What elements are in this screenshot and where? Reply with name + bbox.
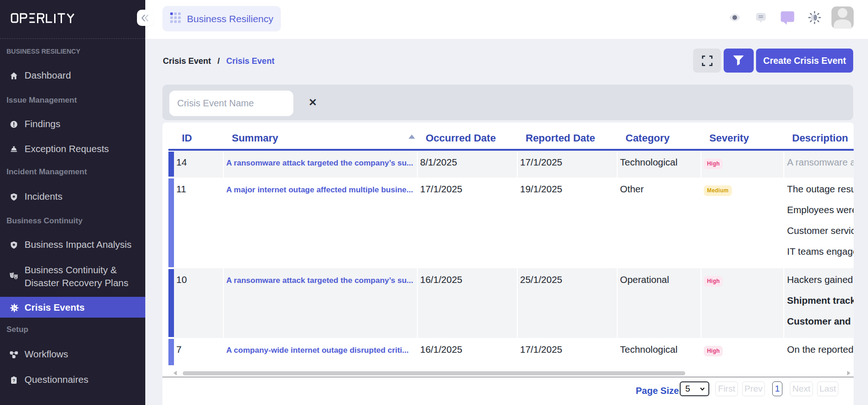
svg-text:?: ? bbox=[12, 378, 15, 383]
